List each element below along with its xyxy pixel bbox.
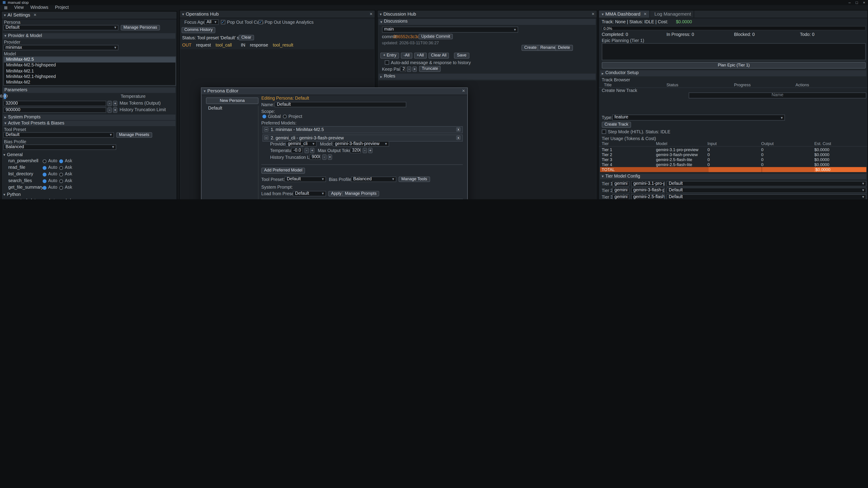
auto-radio[interactable] [43,199,46,199]
tier-model-dropdown[interactable]: gemini-2.5-flash-lite [631,194,665,199]
ask-radio[interactable] [59,199,63,199]
maximize-button[interactable]: □ [856,0,858,5]
close-icon[interactable]: × [462,89,465,94]
clear-status-button[interactable]: Clear [239,35,254,40]
popout-usage-checkbox[interactable]: ✓ [258,20,263,24]
provider-dropdown[interactable]: minimax [3,45,119,50]
epic-planning-textarea[interactable] [602,43,866,60]
max-out-input[interactable]: 32000 [350,148,361,153]
new-persona-button[interactable]: New Persona [206,97,258,104]
tier-model-dropdown[interactable]: gemini-3.1-pro-preview [631,181,665,186]
close-button[interactable]: × [863,0,865,5]
popout-tool-calls-checkbox[interactable]: ✓ [221,20,225,24]
max-tokens-input[interactable]: 32000 [3,101,106,106]
track-name-input[interactable]: Name [689,92,866,98]
create-discussion-button[interactable]: Create [522,45,539,51]
system-prompts-section[interactable]: ▸ System Prompts [3,115,176,120]
tool-preset-dropdown[interactable]: Default [3,132,114,138]
ask-radio[interactable] [59,159,63,163]
update-commit-button[interactable]: Update Commit [418,34,453,39]
scope-project-radio[interactable] [283,115,287,119]
max-out-increment[interactable]: + [368,148,373,153]
minimize-button[interactable]: – [848,0,851,5]
history-limit-increment[interactable]: + [113,107,118,113]
reorder-handle[interactable]: – [264,127,269,132]
persona-dropdown[interactable]: Default [3,25,119,30]
hist-input[interactable]: 900000 [309,154,320,160]
manage-presets-button[interactable]: Manage Presets [116,132,152,138]
hist-increment[interactable]: + [328,154,332,160]
keep-pairs-increment[interactable]: + [412,66,417,72]
auto-radio[interactable] [43,186,46,190]
close-icon[interactable]: × [370,11,373,17]
max-tokens-decrement[interactable]: - [107,101,112,106]
auto-radio[interactable] [43,180,46,183]
auto-radio[interactable] [43,159,46,163]
menu-view[interactable]: View [14,5,24,10]
scope-global-radio[interactable] [262,115,266,119]
provider-model-section[interactable]: ▾ Provider & Model [3,33,176,39]
model-option[interactable]: MiniMax-M2.1 [4,68,176,74]
menu-windows[interactable]: Windows [30,5,48,10]
discussion-dropdown[interactable]: main [382,27,518,33]
max-out-decrement[interactable]: - [363,148,367,153]
conductor-setup-section[interactable]: ▸ Conductor Setup [600,70,866,76]
persona-name-input[interactable]: Default [275,102,406,107]
pref-temp-input[interactable]: -0.0 [291,148,303,153]
collapse-icon[interactable]: ▾ [380,12,382,16]
collapse-icon[interactable]: ▾ [4,13,6,18]
discussions-section[interactable]: ▾ Discussions [379,19,596,25]
tab-log-management[interactable]: Log Management [652,11,694,18]
tier-preset-dropdown[interactable]: Default [666,194,866,199]
ask-radio[interactable] [59,180,63,183]
load-preset-dropdown[interactable]: Default [293,191,326,196]
history-limit-decrement[interactable]: - [107,107,112,113]
temp-increment[interactable]: + [310,148,314,153]
close-icon[interactable]: × [592,11,594,17]
reorder-handle[interactable]: – [264,135,269,140]
tier-preset-dropdown[interactable]: Default [666,188,866,193]
model-option[interactable]: MiniMax-M2.1-highspeed [4,74,176,80]
temperature-slider[interactable]: 0.00 [3,93,4,99]
model-option[interactable]: MiniMax-M2.5 [4,57,176,63]
tool-group-header[interactable]: ▾Python [2,192,177,197]
keep-pairs-decrement[interactable]: - [407,66,411,72]
app-menu-icon[interactable]: ▦ [4,6,7,10]
dlg-bias-dropdown[interactable]: Balanced [351,176,397,182]
system-prompt-textarea[interactable] [261,199,463,199]
menu-project[interactable]: Project [55,5,69,10]
pref-provider-dropdown[interactable]: gemini_cli [286,141,317,147]
roles-section[interactable]: ▸ Roles [379,74,596,80]
autoadd-checkbox[interactable]: ✓ [385,60,389,65]
close-icon[interactable]: × [33,12,36,18]
dlg-tool-preset-dropdown[interactable]: Default [285,176,326,182]
truncate-button[interactable]: Truncate [419,66,441,72]
model-option[interactable]: MiniMax-M2 [4,80,176,86]
pref-model-dropdown[interactable]: gemini-3-flash-preview [333,141,389,147]
apply-button[interactable]: Apply [328,191,344,196]
entry-button[interactable]: Save [454,53,469,59]
manage-tools-button[interactable]: Manage Tools [399,176,430,182]
tier-model-dropdown[interactable]: gemini-3-flash-preview [631,188,665,193]
temp-decrement[interactable]: - [305,148,309,153]
entry-button[interactable]: Clear All [428,53,449,59]
hist-decrement[interactable]: - [322,154,327,160]
model-option[interactable]: MiniMax-M2.5-highspeed [4,63,176,68]
manage-prompts-button[interactable]: Manage Prompts [342,191,379,196]
tier-provider-dropdown[interactable]: gemini [612,188,629,193]
comms-history-button[interactable]: Comms History [182,27,215,33]
remove-model-button[interactable]: x [456,127,461,132]
focus-agent-dropdown[interactable]: All [204,20,219,25]
track-type-dropdown[interactable]: feature [612,115,785,121]
entry-button[interactable]: +All [414,53,427,59]
tab-mma-dashboard[interactable]: ▾ MMA Dashboard × [599,11,650,18]
plan-epic-button[interactable]: Plan Epic (Tier 1) [602,62,866,68]
manage-personas-button[interactable]: Manage Personas [121,25,160,30]
add-preferred-model-button[interactable]: Add Preferred Model [261,168,305,174]
ask-radio[interactable] [59,173,63,176]
max-tokens-increment[interactable]: + [113,101,118,106]
tool-group-header[interactable]: ▾General [2,152,177,158]
ask-radio[interactable] [59,186,63,190]
persona-item[interactable]: Default [206,106,258,111]
tier-provider-dropdown[interactable]: gemini [612,181,629,186]
